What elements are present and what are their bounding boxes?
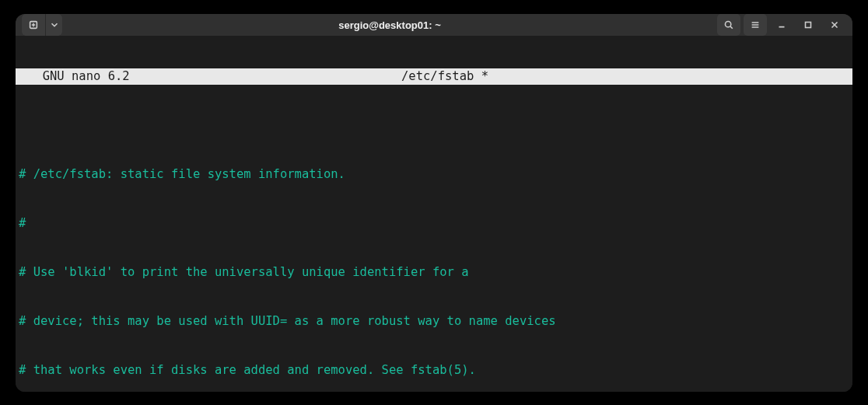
maximize-icon — [803, 19, 814, 30]
minimize-icon — [776, 19, 787, 30]
terminal-window: sergio@desktop01: ~ GNU nano 6.2 /etc/fs… — [16, 14, 852, 392]
editor-line: # /etc/fstab: static file system informa… — [19, 166, 849, 183]
search-button[interactable] — [717, 14, 740, 36]
menu-button[interactable] — [744, 14, 767, 36]
close-button[interactable] — [823, 14, 846, 36]
close-icon — [829, 19, 840, 30]
new-tab-group — [22, 14, 62, 36]
editor-line: # that works even if disks are added and… — [19, 362, 849, 379]
editor-content: # /etc/fstab: static file system informa… — [16, 134, 852, 392]
new-tab-dropdown[interactable] — [45, 14, 62, 36]
new-tab-button[interactable] — [22, 14, 45, 36]
new-tab-icon — [28, 19, 39, 30]
editor-line: # device; this may be used with UUID= as… — [19, 313, 849, 330]
nano-header-bar: GNU nano 6.2 /etc/fstab * — [16, 68, 852, 85]
nano-app-name: GNU nano 6.2 — [28, 68, 401, 85]
titlebar: sergio@desktop01: ~ — [16, 14, 852, 36]
window-title: sergio@desktop01: ~ — [62, 19, 717, 31]
hamburger-icon — [750, 19, 761, 30]
svg-point-3 — [725, 21, 730, 26]
terminal-viewport[interactable]: GNU nano 6.2 /etc/fstab * # /etc/fstab: … — [16, 36, 852, 392]
nano-file-name: /etc/fstab * — [401, 68, 852, 85]
svg-line-4 — [730, 26, 733, 29]
editor-line: # — [19, 215, 849, 232]
maximize-button[interactable] — [796, 14, 820, 36]
svg-rect-9 — [806, 23, 811, 28]
minimize-button[interactable] — [770, 14, 793, 36]
chevron-down-icon — [49, 19, 60, 30]
search-icon — [723, 19, 734, 30]
editor-line: # Use 'blkid' to print the universally u… — [19, 264, 849, 281]
